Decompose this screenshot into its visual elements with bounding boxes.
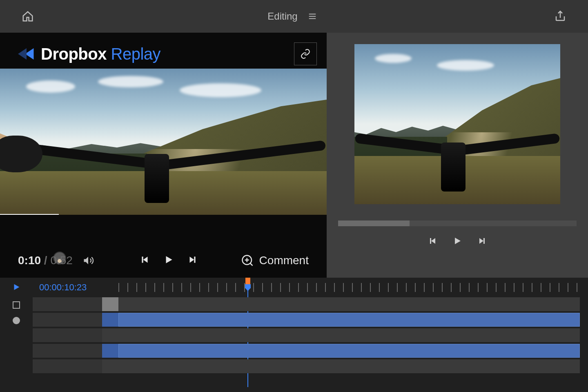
replay-logo: Dropbox Replay [18, 45, 160, 63]
share-icon[interactable] [552, 8, 568, 24]
track-row[interactable] [33, 359, 580, 373]
clip-handle[interactable] [102, 344, 118, 358]
svg-rect-10 [430, 238, 431, 244]
svg-line-9 [250, 263, 252, 265]
menu-icon[interactable] [304, 8, 321, 24]
replay-panel: Dropbox Replay [0, 33, 327, 278]
main-transport [140, 254, 198, 267]
main-area: Dropbox Replay [0, 33, 588, 278]
track-row[interactable] [33, 344, 580, 358]
page-title: Editing [267, 11, 297, 22]
step-back-button[interactable] [140, 254, 150, 267]
preview-step-back-button[interactable] [428, 236, 438, 247]
track-row[interactable] [33, 328, 580, 342]
timeline-tracks [33, 297, 588, 392]
clip[interactable] [118, 313, 580, 327]
preview-step-forward-button[interactable] [477, 236, 487, 247]
current-time: 0:10 [18, 254, 41, 267]
volume-icon[interactable] [80, 252, 96, 269]
preview-scrubber[interactable] [338, 220, 577, 226]
timeline-stop-button[interactable] [13, 301, 20, 309]
timecode-display: 00:00:10:23 [33, 282, 118, 293]
playhead-marker-icon [245, 284, 251, 288]
clip[interactable] [118, 344, 580, 358]
secondary-video-viewport[interactable] [354, 44, 560, 204]
step-forward-button[interactable] [187, 254, 198, 267]
duration: 0:52 [50, 254, 73, 267]
play-button[interactable] [163, 254, 174, 267]
track-row[interactable] [33, 297, 580, 311]
replay-logo-icon [18, 45, 35, 62]
svg-rect-4 [142, 256, 143, 263]
timeline: 00:00:10:23 [0, 278, 588, 392]
logo-brand: Dropbox [41, 45, 107, 63]
main-video-viewport[interactable] [0, 69, 327, 215]
comment-label: Comment [259, 254, 309, 267]
playhead-marker-in-icon [245, 278, 250, 284]
preview-panel [327, 33, 588, 278]
add-comment-button[interactable]: Comment [241, 254, 309, 267]
timeline-ruler[interactable] [118, 278, 580, 297]
track-row[interactable] [33, 313, 580, 327]
svg-rect-11 [483, 238, 485, 244]
svg-rect-5 [194, 256, 196, 263]
timeline-body: 00:00:10:23 [33, 278, 588, 392]
timeline-side-controls [0, 278, 33, 392]
time-display: 0:10 / 0:52 [18, 254, 73, 267]
timeline-play-button[interactable] [12, 283, 21, 293]
replay-controls: 0:10 / 0:52 Comment [0, 243, 327, 278]
timeline-record-button[interactable] [13, 317, 20, 324]
replay-header: Dropbox Replay [0, 33, 327, 69]
clip-handle[interactable] [102, 313, 118, 327]
preview-play-button[interactable] [452, 236, 462, 247]
preview-transport [428, 236, 487, 247]
copy-link-button[interactable] [294, 42, 317, 65]
clip[interactable] [102, 297, 118, 311]
home-icon[interactable] [20, 8, 36, 24]
logo-product: Replay [111, 45, 161, 63]
top-bar: Editing [0, 0, 588, 33]
